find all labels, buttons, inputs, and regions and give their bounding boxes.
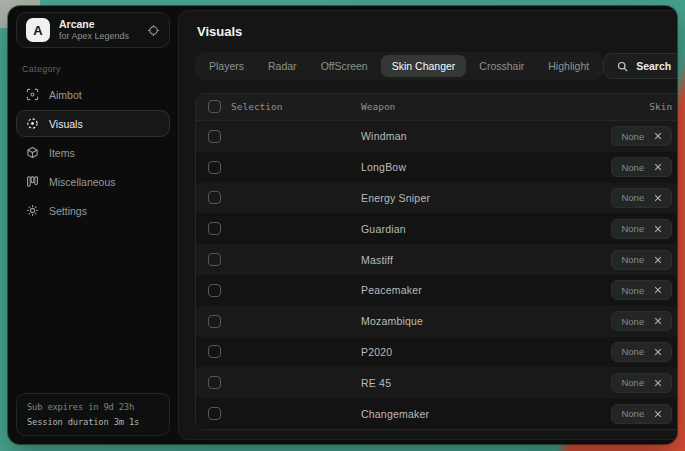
sub-expires-text: Sub expires in 9d 23h bbox=[27, 402, 159, 412]
weapon-name: P2020 bbox=[361, 346, 392, 358]
table-row: LongBow None bbox=[196, 152, 677, 183]
table-row: P2020 None bbox=[196, 337, 677, 368]
row-checkbox[interactable] bbox=[208, 222, 221, 235]
close-icon[interactable] bbox=[654, 348, 662, 356]
tab-radar[interactable]: Radar bbox=[257, 55, 308, 77]
sidebar-item-label: Visuals bbox=[49, 118, 83, 130]
category-label: Category bbox=[22, 64, 164, 74]
main-panel: Visuals Players Radar OffScreen Skin Cha… bbox=[178, 10, 677, 440]
sidebar-item-aimbot[interactable]: Aimbot bbox=[16, 81, 170, 108]
subscription-info-card: Sub expires in 9d 23h Session duration 3… bbox=[16, 393, 170, 436]
table-row: Changemaker None bbox=[196, 398, 677, 429]
visuals-icon bbox=[26, 117, 39, 130]
items-icon bbox=[26, 146, 39, 159]
table-row: Peacemaker None bbox=[196, 275, 677, 306]
sidebar-item-label: Items bbox=[49, 147, 75, 159]
search-button-label: Search bbox=[636, 60, 671, 72]
weapon-name: Mozambique bbox=[361, 315, 423, 327]
tab-offscreen[interactable]: OffScreen bbox=[310, 55, 379, 77]
close-icon[interactable] bbox=[654, 286, 662, 294]
close-icon[interactable] bbox=[654, 132, 662, 140]
close-icon[interactable] bbox=[654, 379, 662, 387]
table-row: Windman None bbox=[196, 121, 677, 152]
skin-select[interactable]: None bbox=[611, 342, 672, 362]
brand-card: A Arcane for Apex Legends bbox=[16, 12, 170, 48]
skin-select[interactable]: None bbox=[611, 373, 672, 393]
settings-gear-icon bbox=[26, 204, 39, 217]
close-icon[interactable] bbox=[654, 410, 662, 418]
column-header-weapon: Weapon bbox=[361, 101, 395, 112]
skin-value: None bbox=[621, 131, 644, 142]
skin-select[interactable]: None bbox=[611, 157, 672, 177]
sidebar-item-label: Settings bbox=[49, 205, 87, 217]
target-icon[interactable] bbox=[147, 24, 160, 37]
close-icon[interactable] bbox=[654, 317, 662, 325]
weapon-name: Peacemaker bbox=[361, 284, 422, 296]
skin-value: None bbox=[621, 377, 644, 388]
close-icon[interactable] bbox=[654, 194, 662, 202]
row-checkbox[interactable] bbox=[208, 376, 221, 389]
skin-select[interactable]: None bbox=[611, 404, 672, 424]
app-logo: A bbox=[26, 18, 50, 42]
select-all-checkbox[interactable] bbox=[208, 100, 221, 113]
skin-value: None bbox=[621, 162, 644, 173]
weapon-name: Changemaker bbox=[361, 408, 429, 420]
column-header-selection: Selection bbox=[231, 101, 282, 112]
app-window: A Arcane for Apex Legends Category bbox=[8, 6, 677, 444]
toolbar: Players Radar OffScreen Skin Changer Cro… bbox=[195, 52, 677, 80]
skin-select[interactable]: None bbox=[611, 280, 672, 300]
table-header: Selection Weapon Skin bbox=[196, 94, 677, 121]
close-icon[interactable] bbox=[654, 225, 662, 233]
table-row: Guardian None bbox=[196, 213, 677, 244]
skin-select[interactable]: None bbox=[611, 126, 672, 146]
row-checkbox[interactable] bbox=[208, 253, 221, 266]
skin-select[interactable]: None bbox=[611, 311, 672, 331]
search-button[interactable]: Search bbox=[603, 53, 677, 79]
skin-value: None bbox=[621, 223, 644, 234]
tab-players[interactable]: Players bbox=[198, 55, 255, 77]
sidebar: A Arcane for Apex Legends Category bbox=[8, 6, 178, 444]
table-row: Energy Sniper None bbox=[196, 183, 677, 214]
sidebar-item-miscellaneous[interactable]: Miscellaneous bbox=[16, 168, 170, 195]
misc-icon bbox=[26, 175, 39, 188]
skin-value: None bbox=[621, 254, 644, 265]
row-checkbox[interactable] bbox=[208, 130, 221, 143]
sidebar-item-label: Aimbot bbox=[49, 89, 82, 101]
skin-select[interactable]: None bbox=[611, 250, 672, 270]
table-row: Mozambique None bbox=[196, 306, 677, 337]
weapon-name: Windman bbox=[361, 130, 407, 142]
row-checkbox[interactable] bbox=[208, 315, 221, 328]
weapon-name: Mastiff bbox=[361, 254, 393, 266]
sidebar-item-items[interactable]: Items bbox=[16, 139, 170, 166]
app-name: Arcane bbox=[59, 18, 129, 31]
table-row: RE 45 None bbox=[196, 367, 677, 398]
skin-value: None bbox=[621, 346, 644, 357]
skin-changer-table: Selection Weapon Skin Windman None bbox=[195, 93, 677, 430]
session-duration-text: Session duration 3m 1s bbox=[27, 417, 159, 427]
row-checkbox[interactable] bbox=[208, 407, 221, 420]
row-checkbox[interactable] bbox=[208, 284, 221, 297]
search-icon bbox=[617, 61, 628, 72]
skin-select[interactable]: None bbox=[611, 219, 672, 239]
tab-skin-changer[interactable]: Skin Changer bbox=[381, 55, 467, 77]
sidebar-item-settings[interactable]: Settings bbox=[16, 197, 170, 224]
row-checkbox[interactable] bbox=[208, 191, 221, 204]
skin-value: None bbox=[621, 408, 644, 419]
desktop-background: A Arcane for Apex Legends Category bbox=[0, 0, 685, 451]
aimbot-icon bbox=[26, 88, 39, 101]
tab-crosshair[interactable]: Crosshair bbox=[468, 55, 535, 77]
sidebar-item-label: Miscellaneous bbox=[49, 176, 116, 188]
sidebar-item-visuals[interactable]: Visuals bbox=[16, 110, 170, 137]
skin-select[interactable]: None bbox=[611, 188, 672, 208]
row-checkbox[interactable] bbox=[208, 345, 221, 358]
app-subtitle: for Apex Legends bbox=[59, 31, 129, 42]
weapon-name: Energy Sniper bbox=[361, 192, 430, 204]
close-icon[interactable] bbox=[654, 256, 662, 264]
weapon-name: Guardian bbox=[361, 223, 406, 235]
tab-bar: Players Radar OffScreen Skin Changer Cro… bbox=[195, 52, 603, 80]
close-icon[interactable] bbox=[654, 163, 662, 171]
table-row: Mastiff None bbox=[196, 244, 677, 275]
tab-highlight[interactable]: Highlight bbox=[537, 55, 600, 77]
brand-text: Arcane for Apex Legends bbox=[59, 18, 129, 42]
row-checkbox[interactable] bbox=[208, 161, 221, 174]
